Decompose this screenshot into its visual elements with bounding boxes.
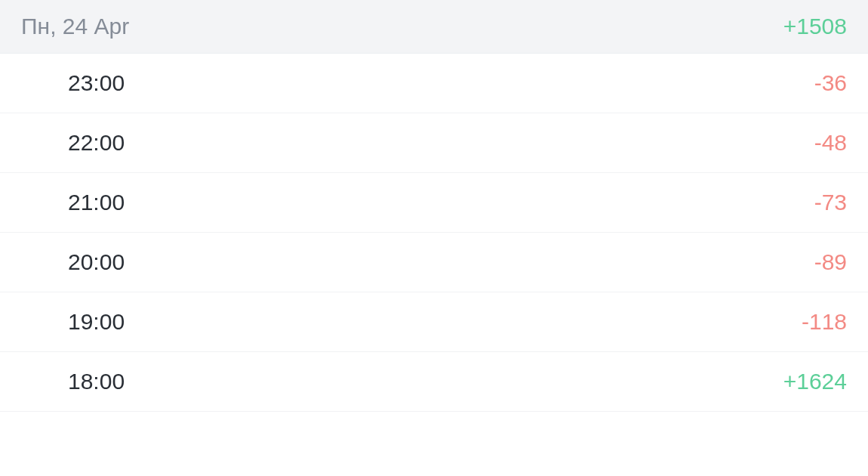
hourly-rows: 23:00 -36 22:00 -48 21:00 -73 20:00 -89 … bbox=[0, 54, 868, 412]
row-time-label: 19:00 bbox=[21, 309, 125, 335]
row-time-label: 20:00 bbox=[21, 249, 125, 275]
date-label: Пн, 24 Apr bbox=[21, 14, 129, 39]
row-time-label: 23:00 bbox=[21, 70, 125, 96]
row-value: -36 bbox=[814, 70, 847, 96]
row-time-label: 21:00 bbox=[21, 190, 125, 215]
row-time-label: 22:00 bbox=[21, 130, 125, 156]
hourly-row[interactable]: 19:00 -118 bbox=[0, 292, 868, 352]
stats-container: Пн, 24 Apr +1508 23:00 -36 22:00 -48 21:… bbox=[0, 0, 868, 412]
hourly-row[interactable]: 20:00 -89 bbox=[0, 233, 868, 292]
row-time-label: 18:00 bbox=[21, 369, 125, 394]
row-value: +1624 bbox=[783, 369, 847, 394]
date-header-row[interactable]: Пн, 24 Apr +1508 bbox=[0, 0, 868, 54]
hourly-row[interactable]: 21:00 -73 bbox=[0, 173, 868, 233]
row-value: -118 bbox=[802, 309, 847, 335]
date-total-value: +1508 bbox=[783, 14, 847, 39]
hourly-row[interactable]: 22:00 -48 bbox=[0, 113, 868, 173]
row-value: -89 bbox=[814, 249, 847, 275]
row-value: -73 bbox=[814, 190, 847, 215]
hourly-row[interactable]: 23:00 -36 bbox=[0, 54, 868, 113]
row-value: -48 bbox=[814, 130, 847, 156]
hourly-row[interactable]: 18:00 +1624 bbox=[0, 352, 868, 412]
